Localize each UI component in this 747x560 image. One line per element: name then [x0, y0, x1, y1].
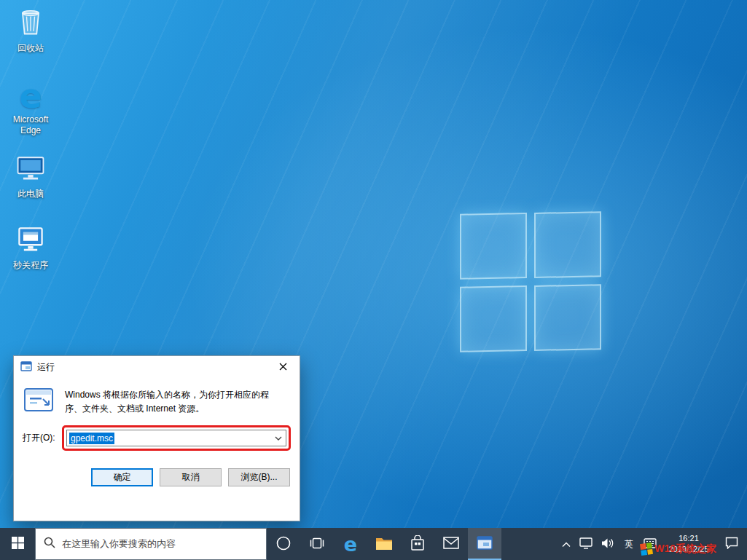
- run-dialog-body: Windows 将根据你所输入的名称，为你打开相应的程序、文件夹、文档或 Int…: [14, 378, 300, 486]
- search-icon: [44, 537, 55, 551]
- edge-taskbar-button[interactable]: e: [334, 528, 367, 560]
- taskbar-clock[interactable]: 16:21 2019/12/25: [661, 528, 716, 560]
- run-input-value[interactable]: gpedit.msc: [69, 433, 114, 444]
- cortana-button[interactable]: [267, 528, 300, 560]
- clock-time: 16:21: [678, 533, 699, 544]
- desktop-icon-recycle-bin[interactable]: 回收站: [0, 6, 61, 54]
- run-input-combo[interactable]: gpedit.msc: [66, 430, 286, 446]
- monitor-icon: [15, 151, 47, 186]
- folder-icon: [375, 536, 393, 553]
- cortana-icon: [275, 535, 292, 553]
- network-status-button[interactable]: [575, 528, 597, 560]
- run-dialog-titlebar[interactable]: 运行: [14, 356, 300, 378]
- taskbar-spacer: [501, 528, 558, 560]
- mail-icon: [443, 537, 459, 551]
- mail-button[interactable]: [434, 528, 468, 560]
- taskbar-search-box[interactable]: 在这里输入你要搜索的内容: [35, 528, 267, 560]
- windows-logo-wallpaper: [460, 211, 601, 352]
- edge-icon: e: [19, 80, 42, 112]
- open-label: 打开(O):: [23, 432, 62, 444]
- run-taskbar-button[interactable]: [468, 528, 501, 560]
- run-description: Windows 将根据你所输入的名称，为你打开相应的程序、文件夹、文档或 Int…: [65, 388, 282, 416]
- search-placeholder: 在这里输入你要搜索的内容: [62, 537, 176, 551]
- desktop: 回收站 e Microsoft Edge 此电脑 秒关程序: [0, 0, 747, 528]
- store-button[interactable]: [401, 528, 434, 560]
- language-indicator[interactable]: 英: [619, 528, 639, 560]
- run-window-icon: [477, 536, 493, 552]
- desktop-icon-label: 秒关程序: [13, 260, 48, 271]
- desktop-icon-this-pc[interactable]: 此电脑: [0, 151, 61, 200]
- notification-icon: [725, 537, 738, 551]
- cancel-button[interactable]: 取消: [160, 468, 222, 486]
- volume-button[interactable]: [597, 528, 619, 560]
- speaker-icon: [601, 537, 614, 551]
- desktop-icon-label: 此电脑: [17, 189, 44, 200]
- taskbar: 在这里输入你要搜索的内容 e: [0, 528, 747, 560]
- action-center-button[interactable]: [716, 528, 747, 560]
- app-window-icon: [15, 223, 47, 258]
- ok-button[interactable]: 确定: [91, 468, 153, 486]
- recycle-bin-icon: [15, 6, 47, 41]
- run-dialog: 运行: [13, 355, 300, 521]
- run-dialog-icon: [20, 360, 32, 374]
- close-button[interactable]: [267, 356, 300, 378]
- task-view-button[interactable]: [300, 528, 334, 560]
- desktop-icon-quick-close-app[interactable]: 秒关程序: [0, 223, 61, 271]
- desktop-icon-label: 回收站: [17, 43, 44, 54]
- store-icon: [410, 535, 425, 553]
- tray-expand-button[interactable]: [558, 528, 575, 560]
- run-icon: [24, 388, 53, 414]
- run-dialog-title: 运行: [37, 361, 55, 374]
- ime-keyboard-icon: [644, 538, 657, 551]
- windows-logo-icon: [12, 537, 24, 551]
- network-icon: [579, 537, 592, 551]
- close-icon: [279, 362, 287, 373]
- desktop-icon-label: Microsoft Edge: [1, 114, 60, 136]
- ime-button[interactable]: [639, 528, 661, 560]
- annotation-highlight: gpedit.msc: [62, 425, 291, 451]
- chevron-down-icon[interactable]: [271, 430, 286, 446]
- edge-icon: e: [344, 535, 357, 554]
- desktop-icon-microsoft-edge[interactable]: e Microsoft Edge: [0, 80, 61, 136]
- file-explorer-button[interactable]: [367, 528, 401, 560]
- browse-button[interactable]: 浏览(B)...: [228, 468, 290, 486]
- chevron-up-icon: [562, 539, 571, 550]
- task-view-icon: [309, 535, 325, 553]
- clock-date: 2019/12/25: [668, 544, 708, 555]
- start-button[interactable]: [0, 528, 35, 560]
